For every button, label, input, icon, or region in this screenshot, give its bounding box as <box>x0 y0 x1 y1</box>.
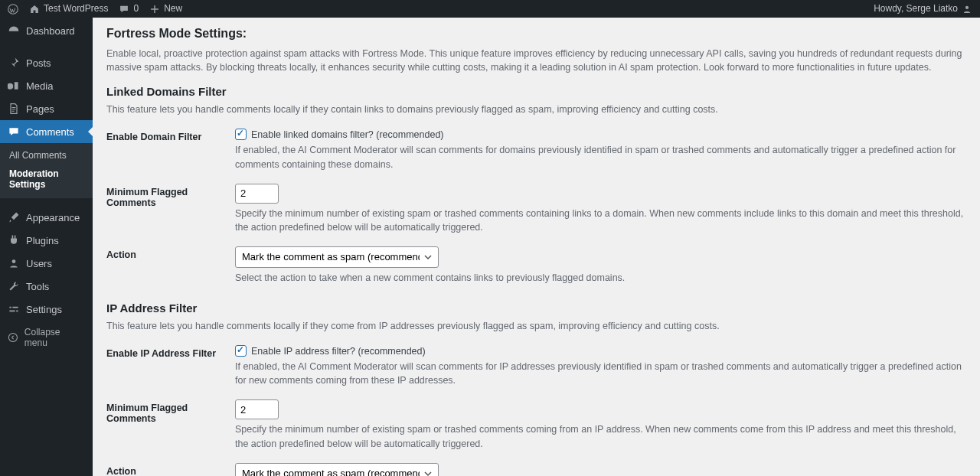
menu-tools-label: Tools <box>26 281 49 292</box>
ip-min-input[interactable] <box>235 399 279 419</box>
ip-min-label: Minimum Flagged Comments <box>106 399 235 424</box>
ip-desc: This feature lets you handle comments lo… <box>106 319 966 333</box>
plus-icon <box>149 4 160 15</box>
dashboard-icon <box>8 24 20 37</box>
collapse-menu[interactable]: Collapse menu <box>0 321 93 354</box>
row-ip-action: Action Mark the comment as spam (recomme… <box>106 463 966 476</box>
menu-users[interactable]: Users <box>0 252 93 275</box>
menu-settings-label: Settings <box>26 304 62 315</box>
ip-enable-label: Enable IP Address Filter <box>106 345 235 359</box>
domains-desc: This feature lets you handle comments lo… <box>106 103 966 116</box>
sliders-icon <box>8 303 20 315</box>
submenu-moderation-settings[interactable]: Moderation Settings <box>0 165 93 194</box>
comment-icon <box>119 4 129 15</box>
domain-enable-label: Enable Domain Filter <box>106 129 235 142</box>
menu-tools[interactable]: Tools <box>0 275 93 298</box>
menu-comments-submenu: All Comments Moderation Settings <box>0 143 93 198</box>
menu-pages-label: Pages <box>26 103 54 115</box>
row-domain-enable: Enable Domain Filter Enable linked domai… <box>106 129 966 171</box>
admin-bar: Test WordPress 0 New Howdy, Serge Liatko <box>0 0 980 18</box>
avatar-icon <box>962 4 972 15</box>
menu-pages[interactable]: Pages <box>0 97 93 120</box>
row-domain-min: Minimum Flagged Comments Specify the min… <box>106 184 966 234</box>
user-icon <box>8 257 20 269</box>
comment-icon <box>8 126 20 138</box>
menu-media-label: Media <box>26 80 53 92</box>
menu-plugins-label: Plugins <box>26 235 59 246</box>
domain-min-hint: Specify the minimum number of existing s… <box>235 207 966 234</box>
row-ip-min: Minimum Flagged Comments Specify the min… <box>106 399 966 450</box>
submenu-all-comments[interactable]: All Comments <box>0 146 93 165</box>
domain-action-hint: Select the action to take when a new com… <box>235 271 966 285</box>
menu-users-label: Users <box>26 258 52 269</box>
howdy-text: Howdy, Serge Liatko <box>874 0 958 18</box>
site-name: Test WordPress <box>44 0 108 18</box>
row-domain-action: Action Mark the comment as spam (recomme… <box>106 246 966 285</box>
menu-posts-label: Posts <box>26 57 51 69</box>
admin-menu: Dashboard Posts Media Pages Comments All… <box>0 18 93 476</box>
svg-point-2 <box>12 259 16 263</box>
domain-action-select[interactable]: Mark the comment as spam (recommended) <box>235 246 439 268</box>
menu-dashboard[interactable]: Dashboard <box>0 18 93 44</box>
domain-action-label: Action <box>106 246 235 260</box>
home-icon <box>29 4 40 15</box>
site-link[interactable]: Test WordPress <box>29 0 108 18</box>
comments-count: 0 <box>133 0 139 18</box>
pin-icon <box>8 57 20 69</box>
svg-point-3 <box>8 333 17 341</box>
howdy-link[interactable]: Howdy, Serge Liatko <box>874 0 972 18</box>
ip-action-select[interactable]: Mark the comment as spam (recommended) <box>235 463 439 476</box>
domain-min-label: Minimum Flagged Comments <box>106 184 235 208</box>
svg-point-1 <box>965 5 969 8</box>
collapse-label: Collapse menu <box>24 327 85 348</box>
fortress-heading: Fortress Mode Settings: <box>106 27 966 41</box>
ip-enable-hint: If enabled, the AI Comment Moderator wil… <box>235 360 966 387</box>
comments-link[interactable]: 0 <box>119 0 139 18</box>
menu-plugins[interactable]: Plugins <box>0 229 93 252</box>
brush-icon <box>8 211 20 223</box>
new-link[interactable]: New <box>149 0 182 18</box>
menu-appearance[interactable]: Appearance <box>0 206 93 229</box>
row-ip-enable: Enable IP Address Filter Enable IP addre… <box>106 345 966 387</box>
collapse-icon <box>8 332 18 343</box>
ip-enable-checkbox[interactable] <box>235 345 247 357</box>
wrench-icon <box>8 280 20 292</box>
domains-heading: Linked Domains Filter <box>106 85 966 98</box>
domain-enable-check-label: Enable linked domains filter? (recommend… <box>251 129 444 140</box>
menu-comments-label: Comments <box>26 126 74 138</box>
page-icon <box>8 103 20 115</box>
fortress-desc: Enable local, proactive protection again… <box>106 47 966 74</box>
menu-dashboard-label: Dashboard <box>26 25 75 37</box>
wordpress-icon <box>8 4 18 15</box>
ip-heading: IP Address Filter <box>106 302 966 315</box>
plug-icon <box>8 234 20 246</box>
new-label: New <box>164 0 182 18</box>
ip-min-hint: Specify the minimum number of existing s… <box>235 422 966 450</box>
menu-appearance-label: Appearance <box>26 212 80 223</box>
menu-comments[interactable]: Comments <box>0 120 93 143</box>
ip-enable-check-label: Enable IP address filter? (recommended) <box>251 346 426 357</box>
menu-posts[interactable]: Posts <box>0 51 93 74</box>
menu-media[interactable]: Media <box>0 74 93 97</box>
domain-enable-hint: If enabled, the AI Comment Moderator wil… <box>235 143 966 171</box>
svg-point-0 <box>8 4 18 14</box>
ip-action-label: Action <box>106 463 235 476</box>
domain-min-input[interactable] <box>235 184 279 204</box>
media-icon <box>8 80 20 92</box>
content-area: Fortress Mode Settings: Enable local, pr… <box>93 18 980 476</box>
wp-logo[interactable] <box>8 4 18 15</box>
domain-enable-checkbox[interactable] <box>235 129 247 140</box>
menu-settings[interactable]: Settings <box>0 298 93 321</box>
